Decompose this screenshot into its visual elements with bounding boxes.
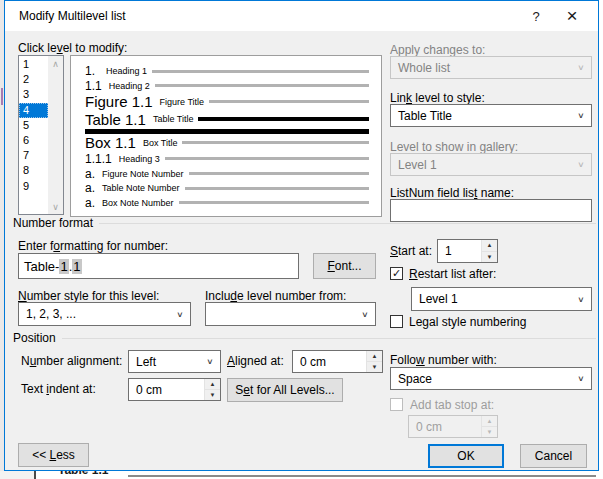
help-icon: ? <box>532 9 539 24</box>
preview-style-label: Table Note Number <box>102 183 180 193</box>
start-at-spinner[interactable]: 1 ▲ ▼ <box>437 239 498 263</box>
start-at-label: Start at: <box>390 244 432 258</box>
number-style-combobox[interactable]: 1, 2, 3, ... ∨ <box>18 302 191 326</box>
scroll-up-icon[interactable]: ∧ <box>48 56 63 71</box>
link-style-value: Table Title <box>398 109 452 123</box>
preview-row-table-title: Table 1.1 Table Title <box>85 111 371 128</box>
spin-up-icon[interactable]: ▲ <box>367 351 382 362</box>
preview-text-line-bold <box>198 117 369 121</box>
restart-list-label: Restart list after: <box>409 267 496 281</box>
apply-changes-label: Apply changes to: <box>390 43 485 57</box>
help-button[interactable]: ? <box>521 1 551 31</box>
document-rule-line <box>128 475 596 477</box>
preview-text-line <box>185 187 369 190</box>
legal-style-checkbox[interactable] <box>390 315 403 328</box>
preview-divider-line <box>85 129 369 134</box>
preview-style-label: Figure Title <box>160 97 205 107</box>
preview-row-figure-note: a. Figure Note Number <box>85 167 371 181</box>
format-field-2: 1 <box>72 259 81 274</box>
ok-button[interactable]: OK <box>428 444 504 468</box>
enter-formatting-label: Enter formatting for number: <box>18 239 168 253</box>
level-list-scrollbar[interactable]: ∧ ∨ <box>48 56 63 214</box>
document-background-bottom: Table 1.1 <box>0 471 603 479</box>
level-item-4-selected[interactable]: 4 <box>19 103 48 118</box>
preview-text-line <box>189 172 369 175</box>
set-all-levels-button[interactable]: Set for All Levels... <box>227 378 343 402</box>
preview-row-table-note: a. Table Note Number <box>85 181 371 195</box>
less-button-label: << Less <box>32 448 75 462</box>
preview-style-label: Heading 1 <box>106 66 147 76</box>
document-margin-indicator <box>1 88 3 105</box>
number-alignment-value: Left <box>136 355 156 369</box>
level-listbox[interactable]: 1 2 3 4 5 6 7 8 9 ∧ ∨ <box>18 55 64 215</box>
group-separator-line <box>62 338 596 339</box>
restart-level-combobox[interactable]: Level 1 ∨ <box>411 287 592 311</box>
aligned-at-spinner[interactable]: 0 cm ▲ ▼ <box>292 350 383 373</box>
preview-style-label: Box Title <box>143 138 178 148</box>
number-format-group-label: Number format <box>13 216 93 230</box>
preview-text-line <box>152 70 369 73</box>
number-format-input[interactable]: Table-1.1 <box>18 253 299 279</box>
text-indent-label: Text indent at: <box>21 382 96 396</box>
font-button[interactable]: Font... <box>313 253 376 279</box>
spin-down-icon[interactable]: ▼ <box>482 252 497 263</box>
legal-style-label: Legal style numbering <box>409 315 526 329</box>
group-separator-line <box>99 223 596 224</box>
apply-changes-value: Whole list <box>398 61 450 75</box>
chevron-down-icon: ∨ <box>573 370 589 387</box>
document-caption-text: Table 1.1 <box>58 471 108 477</box>
restart-list-checkbox[interactable]: ✓ <box>390 267 403 280</box>
restart-level-value: Level 1 <box>419 292 458 306</box>
spin-buttons: ▲ ▼ <box>204 379 220 400</box>
preview-number: 1.1 <box>85 79 102 93</box>
preview-row-heading1: 1. Heading 1 <box>85 64 371 78</box>
spin-buttons: ▲ ▼ <box>481 240 497 262</box>
chevron-down-icon: ∨ <box>202 353 218 370</box>
level-item-8[interactable]: 8 <box>19 163 48 178</box>
preview-number: Box 1.1 <box>85 134 136 151</box>
start-at-value: 1 <box>438 240 481 262</box>
chevron-down-icon: ∨ <box>357 305 373 323</box>
spin-down-icon[interactable]: ▼ <box>367 362 382 372</box>
include-level-label: Include level number from: <box>205 289 346 303</box>
level-item-9[interactable]: 9 <box>19 179 48 194</box>
preview-row-heading3: 1.1.1 Heading 3 <box>85 152 371 166</box>
font-button-label: Font... <box>327 259 361 273</box>
less-button[interactable]: << Less <box>18 443 89 467</box>
level-item-5[interactable]: 5 <box>19 118 48 133</box>
spin-up-icon[interactable]: ▲ <box>205 379 220 390</box>
level-item-3[interactable]: 3 <box>19 87 48 102</box>
link-style-combobox[interactable]: Table Title ∨ <box>390 104 592 127</box>
preview-text-line <box>179 201 369 204</box>
close-button[interactable]: × <box>557 1 587 31</box>
follow-number-label: Follow number with: <box>390 353 497 367</box>
spin-down-icon[interactable]: ▼ <box>205 390 220 400</box>
follow-number-value: Space <box>398 372 432 386</box>
level-item-7[interactable]: 7 <box>19 148 48 163</box>
chevron-down-icon: ∨ <box>573 107 589 124</box>
chevron-down-icon: ∨ <box>573 59 589 76</box>
text-indent-spinner[interactable]: 0 cm ▲ ▼ <box>128 378 221 401</box>
number-alignment-label: Number alignment: <box>21 354 122 368</box>
cancel-button-label: Cancel <box>535 449 572 463</box>
modify-multilevel-list-dialog: Modify Multilevel list ? × Click level t… <box>4 0 599 471</box>
spin-down-icon: ▼ <box>482 427 497 437</box>
cancel-button[interactable]: Cancel <box>520 444 587 468</box>
close-icon: × <box>566 5 577 27</box>
link-style-label: Link level to style: <box>390 91 485 105</box>
preview-text-line <box>182 141 369 144</box>
level-item-2[interactable]: 2 <box>19 72 48 87</box>
level-item-1[interactable]: 1 <box>19 57 48 72</box>
preview-number: 1.1.1 <box>85 152 112 166</box>
include-level-combobox[interactable]: ∨ <box>205 302 376 326</box>
follow-number-combobox[interactable]: Space ∨ <box>390 367 592 390</box>
gallery-level-label: Level to show in gallery: <box>390 140 518 154</box>
position-group-label: Position <box>13 331 56 345</box>
title-bar[interactable]: Modify Multilevel list ? × <box>5 1 598 31</box>
preview-row-box-title: Box 1.1 Box Title <box>85 134 371 151</box>
number-alignment-combobox[interactable]: Left ∨ <box>128 350 221 373</box>
format-prefix: Table- <box>24 259 59 274</box>
scroll-down-icon[interactable]: ∨ <box>48 199 63 214</box>
level-item-6[interactable]: 6 <box>19 133 48 148</box>
spin-up-icon[interactable]: ▲ <box>482 240 497 252</box>
